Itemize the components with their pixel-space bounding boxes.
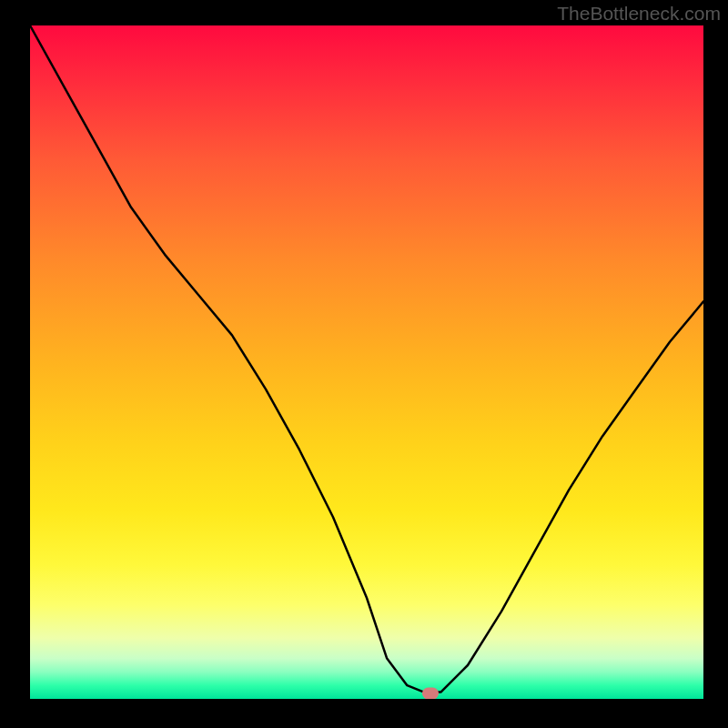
bottleneck-curve (30, 25, 703, 699)
plot-area (30, 25, 703, 699)
optimal-marker (422, 688, 439, 699)
watermark-text: TheBottleneck.com (557, 3, 721, 25)
